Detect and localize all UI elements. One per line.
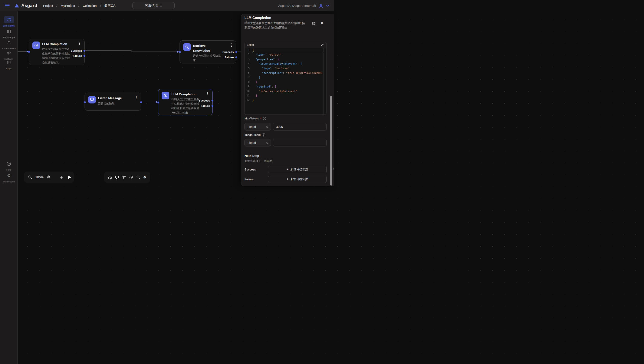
port-success[interactable]: Success [71,49,85,52]
sidebar-item-environment[interactable]: Environment [0,39,18,50]
panel-description: 呼叫大型語言模型並產生結構化的資料輸出以輔助流程的決策或生成自然語言輸出 [245,21,306,30]
home-add-icon[interactable] [108,175,113,180]
code-line[interactable]: 1{ [245,48,323,52]
code-line[interactable]: 10 "isContextuallyRelevant" [245,89,323,94]
panel-title: LLM Completion [245,16,271,20]
input-handle[interactable] [84,101,86,103]
folder-icon [4,16,14,23]
port-failure[interactable]: Failure [225,55,237,59]
code-line[interactable]: 2 "type": "object", [245,52,323,57]
output-handle[interactable] [140,101,142,103]
user-label: AsgardAI (Asgard Internal) [278,4,316,8]
chat-bubble-icon[interactable] [115,175,119,180]
node-title: LLM Completion [171,92,196,97]
llm-cycle-icon[interactable] [129,175,134,180]
info-icon[interactable]: i [263,117,266,120]
logo-triangle [15,4,19,8]
code-line[interactable]: 12} [245,98,323,102]
next-step-subtitle: 新增或選擇下一個節點 [245,159,272,163]
sidebar-item-workspace[interactable]: ⚙ Workspace [0,172,18,183]
max-tokens-type-select[interactable]: Literal [245,123,271,130]
gear-icon: ⚙ [4,172,14,179]
node-description: 呼叫大型語言模型並產生結構化的資料輸出以輔助流程的決策或生成自然語言輸出 [171,97,200,115]
sidebar-item-help[interactable]: Help [0,160,18,171]
sidebar-item-workflows[interactable]: Workflows [0,16,18,27]
search-icon[interactable] [136,175,141,180]
clipped-background-text: 上 [332,167,334,171]
image-blob-type-select[interactable]: Literal [245,139,271,146]
code-line[interactable]: 6 "description": "true 表示使用者正在詢問的 [245,71,323,75]
play-icon[interactable] [68,176,71,179]
kebab-menu-icon[interactable]: ⋮ [134,95,138,100]
node-description: 回答後的聽取 [98,101,136,106]
info-icon[interactable]: i [262,133,265,136]
add-target-node-success-button[interactable]: + 新增目標節點 [268,166,327,173]
save-icon[interactable] [312,21,316,25]
port-failure[interactable]: Failure [201,104,213,108]
input-handle[interactable] [28,51,30,53]
sidebar-item-apps[interactable]: Apps [0,59,18,70]
environment-select[interactable]: 客服情境 [133,2,175,9]
editor-title: Editor [247,43,254,46]
port-failure[interactable]: Failure [73,54,85,58]
port-success[interactable]: Success [223,50,237,54]
help-circle-icon [4,160,14,167]
code-line[interactable]: 9 "required": [ [245,84,323,89]
kebab-menu-icon[interactable]: ⋮ [206,91,209,96]
breadcrumb-myproject[interactable]: MyProject [61,4,75,8]
kebab-menu-icon[interactable]: ⋮ [230,43,233,47]
input-handle[interactable] [179,51,181,53]
code-line[interactable]: 8 }, [245,80,323,84]
node-title: Retrieve Knowledge [193,43,216,53]
swap-arrows-icon[interactable] [122,175,127,180]
editor-scrollbar[interactable] [323,48,326,114]
select-updown-icon [266,141,268,144]
code-line[interactable]: 4 "isContextuallyRelevant": { [245,62,323,66]
logo-text: Asgard [21,3,37,8]
code-line[interactable]: 7 } [245,75,323,80]
chevron-down-icon[interactable] [326,5,329,7]
node-llm-completion-2[interactable]: LLM Completion 呼叫大型語言模型並產生結構化的資料輸出以輔助流程的… [158,89,213,115]
hamburger-icon[interactable] [5,3,10,8]
node-title: Listen Message [98,96,122,100]
add-target-node-failure-button[interactable]: + 新增目標節點 [268,176,327,183]
kebab-menu-icon[interactable]: ⋮ [78,41,81,46]
node-description: 透過自然語言檢索知識庫 [193,54,222,62]
image-blob-label: ImageBlobId i [245,133,265,136]
image-blob-input[interactable] [273,139,327,146]
sidebar-item-knowledge[interactable]: Knowledge [0,28,18,39]
breadcrumb-collection[interactable]: Collection [83,4,97,8]
schema-editor[interactable]: Editor 1{2 "type": "object",3 "propertie… [244,42,326,115]
next-step-success-label: Success [245,168,256,171]
breadcrumb-current[interactable]: 飯店QA [104,4,116,8]
next-step-failure-label: Failure [245,178,254,181]
code-line[interactable]: 11 ] [245,94,323,98]
plus-icon: + [286,168,288,171]
zoom-out-icon[interactable] [28,175,32,180]
max-tokens-label: MaxTokens * i [245,117,266,120]
node-llm-completion-1[interactable]: LLM Completion 呼叫大型語言模型並產生結構化的資料輸出以輔助流程的… [29,39,85,65]
max-tokens-input[interactable] [273,123,327,130]
required-marker: * [260,117,261,120]
editor-code[interactable]: 1{2 "type": "object",3 "properties": {4 … [245,48,323,114]
close-icon[interactable]: ✕ [321,21,323,25]
sliders-icon [4,50,14,56]
select-updown-icon [266,126,268,128]
sidebar-item-settings[interactable]: Settings [0,50,18,60]
breadcrumb-project[interactable]: Project [43,4,53,8]
node-retrieve-knowledge[interactable]: Retrieve Knowledge 透過自然語言檢索知識庫 ⋮ Success… [180,40,236,64]
port-success[interactable]: Success [199,98,213,102]
input-handle[interactable] [157,102,159,104]
node-listen-message[interactable]: Listen Message 回答後的聽取 ⋮ [85,92,141,111]
book-icon [4,28,14,35]
diamond-branch-icon[interactable]: ❖ [143,175,147,180]
apps-grid-icon [4,59,14,66]
code-line[interactable]: 3 "properties": { [245,57,323,62]
zoom-level: 100% [35,176,44,179]
panel-scrollbar-thumb[interactable] [330,96,332,186]
code-line[interactable]: 5 "type": "boolean", [245,66,323,71]
zoom-in-icon[interactable] [47,175,51,180]
add-node-icon[interactable] [60,176,63,179]
expand-icon[interactable] [321,43,324,46]
user-icon[interactable] [319,3,323,8]
